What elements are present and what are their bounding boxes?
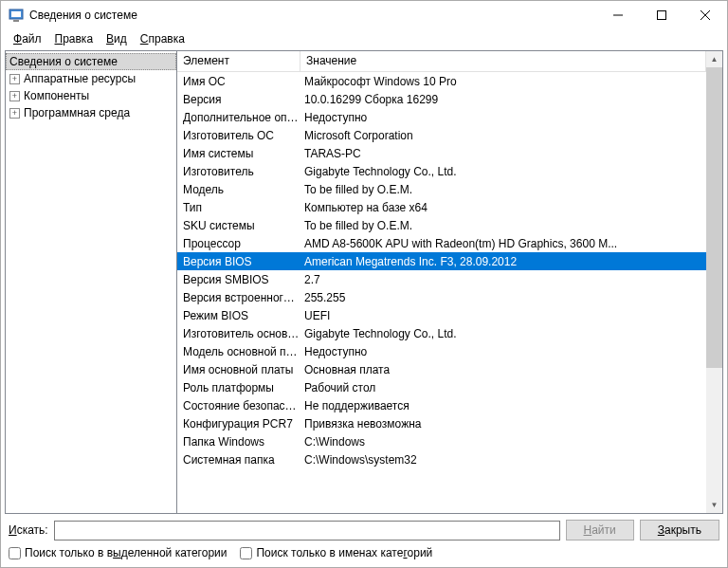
search-label: Искать: [9,523,48,537]
row-value: 255.255 [300,291,706,304]
table-row[interactable]: Режим BIOSUEFI [177,306,706,324]
minimize-button[interactable] [596,1,640,29]
tree-item-hardware[interactable]: + Аппаратные ресурсы [6,70,176,87]
row-key: Состояние безопасно... [177,399,300,412]
row-key: Модель [177,183,300,196]
table-row[interactable]: Имя ОСМайкрософт Windows 10 Pro [177,72,706,90]
row-key: Системная папка [177,453,300,467]
table-row[interactable]: Конфигурация PCR7Привязка невозможна [177,414,706,432]
row-value: Недоступно [300,111,706,124]
row-key: SKU системы [177,219,300,232]
row-key: Имя основной платы [177,363,300,376]
scroll-down-icon[interactable]: ▼ [706,497,722,513]
app-icon [9,8,24,23]
search-input[interactable] [54,521,560,541]
table-row[interactable]: Имя основной платыОсновная плата [177,360,706,378]
menu-edit[interactable]: Правка [48,30,100,47]
row-value: Gigabyte Technology Co., Ltd. [300,327,706,340]
row-key: Режим BIOS [177,309,300,322]
table-row[interactable]: Роль платформыРабочий стол [177,378,706,396]
svg-rect-4 [658,11,666,20]
row-value: AMD A8-5600K APU with Radeon(tm) HD Grap… [300,237,706,250]
scroll-up-icon[interactable]: ▲ [706,51,722,67]
table-row[interactable]: Изготовитель ОСMicrosoft Corporation [177,126,706,144]
table-row[interactable]: Модель основной пла...Недоступно [177,342,706,360]
row-key: Процессор [177,237,300,250]
table-row[interactable]: Системная папкаC:\Windows\system32 [177,450,706,468]
menubar: Файл Правка Вид Справка [1,29,727,48]
menu-file[interactable]: Файл [7,30,48,47]
row-key: Папка Windows [177,435,300,449]
table-row[interactable]: МодельTo be filled by O.E.M. [177,180,706,198]
column-element[interactable]: Элемент [177,51,300,71]
row-value: Привязка невозможна [300,417,706,431]
expand-icon[interactable]: + [9,108,20,119]
row-value: UEFI [300,309,706,322]
row-key: Версия SMBIOS [177,273,300,286]
table-row[interactable]: Имя системыTARAS-PC [177,144,706,162]
row-value: To be filled by O.E.M. [300,183,706,196]
details-list[interactable]: Элемент Значение Имя ОСМайкрософт Window… [177,51,706,513]
row-key: Имя ОС [177,75,300,88]
row-key: Имя системы [177,147,300,160]
table-row[interactable]: Изготовитель основно...Gigabyte Technolo… [177,324,706,342]
row-key: Версия BIOS [177,255,300,268]
window-title: Сведения о системе [29,9,596,22]
row-value: Компьютер на базе x64 [300,201,706,214]
menu-view[interactable]: Вид [100,30,134,47]
maximize-button[interactable] [640,1,683,29]
row-value: Рабочий стол [300,381,706,394]
row-key: Версия [177,93,300,106]
close-footer-button[interactable]: Закрыть [640,520,719,541]
expand-icon[interactable]: + [9,74,20,84]
row-value: American Megatrends Inc. F3, 28.09.2012 [300,255,706,268]
scrollbar-thumb[interactable] [706,67,722,368]
close-button[interactable] [683,1,727,29]
category-tree[interactable]: Сведения о системе + Аппаратные ресурсы … [6,51,177,513]
table-row[interactable]: ПроцессорAMD A8-5600K APU with Radeon(tm… [177,234,706,252]
row-value: Не поддерживается [300,399,706,412]
row-value: TARAS-PC [300,147,706,160]
check-category-names[interactable]: Поиск только в именах категорий [240,546,432,559]
row-key: Дополнительное опис... [177,111,300,124]
svg-rect-2 [13,20,19,22]
row-key: Модель основной пла... [177,345,300,358]
table-row[interactable]: Состояние безопасно...Не поддерживается [177,396,706,414]
row-value: C:\Windows\system32 [300,453,706,467]
find-button[interactable]: Найти [566,520,634,541]
column-value[interactable]: Значение [300,51,706,71]
row-value: Недоступно [300,345,706,358]
row-key: Изготовитель основно... [177,327,300,340]
tree-item-components[interactable]: + Компоненты [6,87,176,104]
vertical-scrollbar[interactable]: ▲ ▼ [706,51,722,513]
row-key: Тип [177,201,300,214]
table-row[interactable]: Версия10.0.16299 Сборка 16299 [177,90,706,108]
row-value: Майкрософт Windows 10 Pro [300,75,706,88]
tree-item-software-env[interactable]: + Программная среда [6,104,176,121]
row-value: Gigabyte Technology Co., Ltd. [300,165,706,178]
list-header: Элемент Значение [177,51,706,72]
row-value: To be filled by O.E.M. [300,219,706,232]
svg-rect-1 [11,11,21,17]
table-row[interactable]: ИзготовительGigabyte Technology Co., Ltd… [177,162,706,180]
menu-help[interactable]: Справка [134,30,191,47]
row-key: Изготовитель [177,165,300,178]
row-value: 10.0.16299 Сборка 16299 [300,93,706,106]
table-row[interactable]: Папка WindowsC:\Windows [177,432,706,450]
expand-icon[interactable]: + [9,91,20,101]
row-value: Основная плата [300,363,706,376]
titlebar[interactable]: Сведения о системе [1,1,727,29]
table-row[interactable]: Дополнительное опис...Недоступно [177,108,706,126]
tree-root-system-summary[interactable]: Сведения о системе [6,53,176,70]
table-row[interactable]: Версия встроенного к...255.255 [177,288,706,306]
check-selected-category[interactable]: Поиск только в выделенной категории [9,546,227,559]
table-row[interactable]: ТипКомпьютер на базе x64 [177,198,706,216]
footer: Искать: Найти Закрыть Поиск только в выд… [1,514,727,567]
row-key: Конфигурация PCR7 [177,417,300,431]
table-row[interactable]: Версия SMBIOS2.7 [177,270,706,288]
table-row[interactable]: SKU системыTo be filled by O.E.M. [177,216,706,234]
table-row[interactable]: Версия BIOSAmerican Megatrends Inc. F3, … [177,252,706,270]
row-key: Роль платформы [177,381,300,394]
row-value: C:\Windows [300,435,706,449]
content-area: Сведения о системе + Аппаратные ресурсы … [5,50,723,514]
